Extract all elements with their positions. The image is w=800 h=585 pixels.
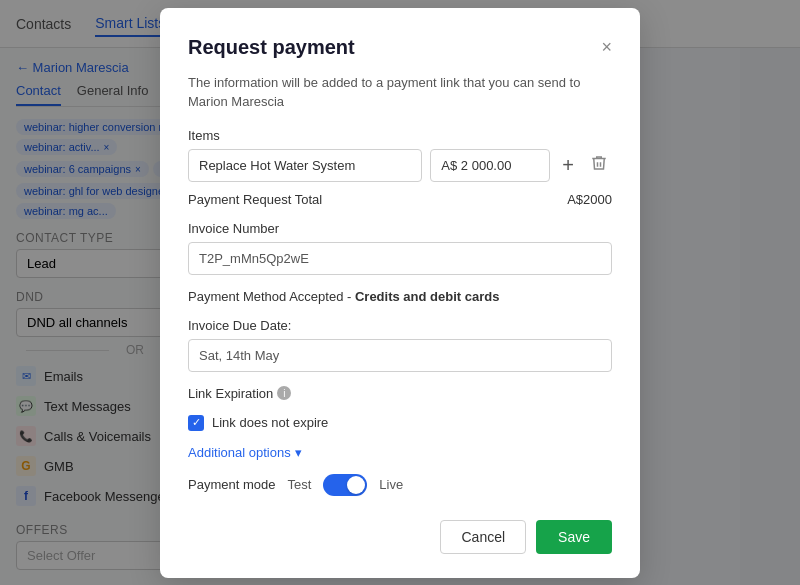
link-expiry-checkbox-label: Link does not expire	[212, 415, 328, 430]
payment-method-label: Payment Method Accepted -	[188, 289, 351, 304]
additional-options[interactable]: Additional options ▾	[188, 445, 612, 460]
invoice-number-input[interactable]	[188, 242, 612, 275]
link-expiry-label: Link Expiration i	[188, 386, 291, 401]
invoice-number-label: Invoice Number	[188, 221, 612, 236]
modal-title: Request payment	[188, 36, 355, 59]
modal-description: The information will be added to a payme…	[188, 73, 612, 112]
info-icon[interactable]: i	[277, 386, 291, 400]
modal-footer: Cancel Save	[188, 516, 612, 554]
total-row: Payment Request Total A$2000	[188, 192, 612, 207]
chevron-down-icon: ▾	[295, 445, 302, 460]
test-label: Test	[287, 477, 311, 492]
add-item-button[interactable]: +	[558, 150, 578, 181]
due-date-input[interactable]	[188, 339, 612, 372]
payment-mode-row: Payment mode Test Live	[188, 474, 612, 496]
link-expiry-row: Link Expiration i	[188, 386, 612, 401]
total-value: A$2000	[567, 192, 612, 207]
item-name-input[interactable]	[188, 149, 422, 182]
payment-mode-toggle[interactable]	[323, 474, 367, 496]
payment-method-row: Payment Method Accepted - Credits and de…	[188, 289, 612, 304]
checkbox-row: Link does not expire	[188, 415, 612, 431]
plus-icon: +	[562, 154, 574, 177]
due-date-label: Invoice Due Date:	[188, 318, 612, 333]
payment-method-value: Credits and debit cards	[355, 289, 499, 304]
cancel-button[interactable]: Cancel	[440, 520, 526, 554]
additional-options-label: Additional options	[188, 445, 291, 460]
trash-icon	[590, 154, 608, 176]
total-label: Payment Request Total	[188, 192, 322, 207]
request-payment-modal: Request payment × The information will b…	[160, 8, 640, 578]
payment-mode-label: Payment mode	[188, 477, 275, 492]
link-expiry-checkbox[interactable]	[188, 415, 204, 431]
close-icon[interactable]: ×	[601, 38, 612, 56]
delete-item-button[interactable]	[586, 150, 612, 180]
items-label: Items	[188, 128, 612, 143]
live-label: Live	[379, 477, 403, 492]
save-button[interactable]: Save	[536, 520, 612, 554]
invoice-number-group: Invoice Number	[188, 221, 612, 275]
modal-header: Request payment ×	[188, 36, 612, 59]
due-date-group: Invoice Due Date:	[188, 318, 612, 372]
toggle-track	[323, 474, 367, 496]
item-price-input[interactable]	[430, 149, 550, 182]
toggle-thumb	[347, 476, 365, 494]
items-row: +	[188, 149, 612, 182]
